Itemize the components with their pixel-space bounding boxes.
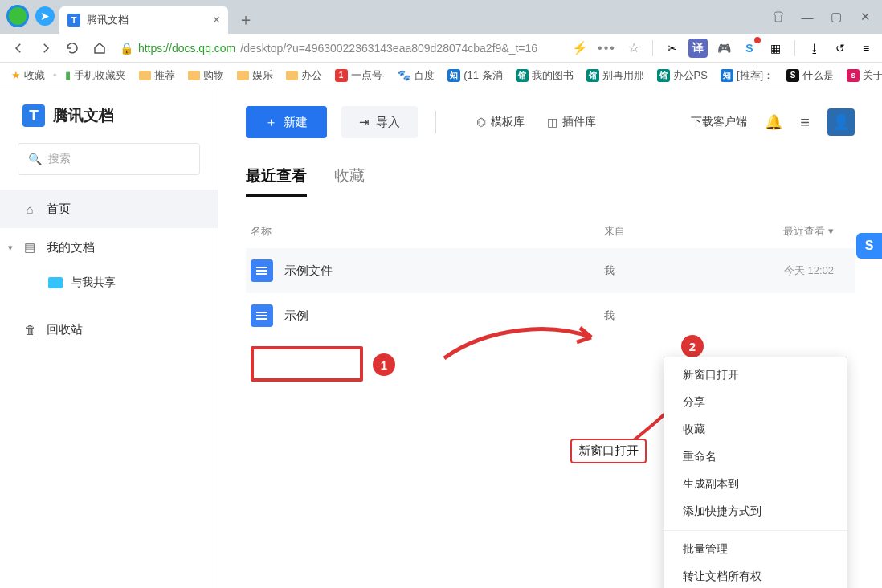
download-client-link[interactable]: 下载客户端 [691, 115, 747, 129]
sidebar-item-label: 我的文档 [47, 240, 95, 255]
row-source: 我 [604, 308, 733, 323]
site-icon: 馆 [657, 69, 670, 82]
new-button[interactable]: ＋ 新建 [246, 106, 327, 138]
bookmark-label: (11 条消 [463, 68, 502, 83]
paperplane-icon[interactable]: ➤ [35, 6, 55, 26]
bookmark-mylib[interactable]: 馆我的图书 [511, 68, 578, 83]
plugins-label: 插件库 [562, 115, 596, 129]
ctx-batch[interactable]: 批量管理 [664, 536, 847, 563]
more-icon[interactable]: ••• [595, 36, 619, 60]
bookmark-fav[interactable]: ★收藏 [6, 68, 50, 83]
download-icon[interactable]: ⭳ [805, 39, 824, 58]
bookmark-office[interactable]: 办公 [281, 68, 327, 83]
chevron-down-icon[interactable]: ▾ [8, 243, 13, 253]
bookmark-baidu[interactable]: 🐾百度 [393, 68, 439, 83]
new-button-label: 新建 [284, 115, 308, 130]
sidebar-item-home[interactable]: ⌂ 首页 [0, 190, 218, 228]
new-tab-button[interactable]: ＋ [235, 8, 257, 31]
bookmark-label: 推荐 [154, 68, 175, 83]
tab-close-icon[interactable]: × [213, 13, 220, 27]
phone-icon: ▮ [65, 69, 71, 81]
paw-icon: 🐾 [398, 69, 410, 81]
sidebar-item-label: 首页 [47, 202, 71, 217]
sidebar-item-label: 与我共享 [71, 276, 116, 290]
nav-reload-button[interactable] [60, 36, 84, 60]
content-tabs: 最近查看 收藏 [246, 165, 855, 197]
search-placeholder: 搜索 [48, 152, 71, 166]
window-close-button[interactable]: ✕ [853, 6, 877, 27]
bookmark-label: 娱乐 [252, 68, 273, 83]
gamepad-icon[interactable]: 🎮 [714, 39, 733, 58]
bookmark-tuijian[interactable]: 知[推荐]： [716, 68, 778, 83]
col-name: 名称 [251, 224, 604, 239]
top-actions: ＋ 新建 ⇥ 导入 ⌬模板库 ◫插件库 下载客户端 🔔 ≡ 👤 [246, 106, 855, 138]
bookmark-rec[interactable]: 推荐 [134, 68, 180, 83]
doc-icon: ▤ [22, 240, 37, 255]
apps-grid-icon[interactable]: ▦ [766, 39, 785, 58]
folder-icon [286, 71, 298, 80]
plugins-link[interactable]: ◫插件库 [547, 115, 596, 129]
sidebar-item-shared[interactable]: 与我共享 [0, 267, 218, 299]
template-link[interactable]: ⌬模板库 [476, 115, 525, 129]
table-header: 名称 来自 最近查看 ▾ [246, 224, 855, 248]
ctx-favorite[interactable]: 收藏 [664, 416, 847, 443]
row-name: 示例 [284, 308, 604, 324]
scissors-icon[interactable]: ✂ [663, 39, 682, 58]
bookmark-mobile[interactable]: ▮手机收藏夹 [60, 68, 131, 83]
ctx-shortcut[interactable]: 添加快捷方式到 [664, 498, 847, 525]
hamburger-menu-icon[interactable]: ≡ [856, 39, 876, 58]
bell-icon[interactable]: 🔔 [765, 113, 782, 131]
col-time-sort[interactable]: 最近查看 ▾ [733, 224, 850, 239]
flash-icon[interactable]: ⚡ [568, 36, 592, 60]
star-icon: ★ [11, 69, 21, 81]
site-icon: 知 [447, 69, 460, 82]
bookmark-guanyu[interactable]: s关于PDF [842, 68, 882, 83]
floating-share-icon[interactable]: S [856, 233, 882, 259]
search-input[interactable]: 🔍 搜索 [18, 143, 200, 175]
extensions-icon[interactable] [766, 6, 790, 27]
tab-recent[interactable]: 最近查看 [246, 165, 307, 197]
url-box[interactable]: 🔒 https://docs.qq.com/desktop/?u=4963002… [115, 42, 565, 55]
bookmark-label: 收藏 [24, 68, 45, 83]
sidebar-item-mydocs[interactable]: ▾ ▤ 我的文档 [0, 228, 218, 267]
address-bar: 🔒 https://docs.qq.com/desktop/?u=4963002… [0, 34, 882, 63]
ctx-open-new-window[interactable]: 新窗口打开 [664, 361, 847, 389]
row-name: 示例文件 [284, 263, 604, 279]
site-icon: S [786, 69, 799, 82]
table-row[interactable]: 示例文件 我 今天 12:02 [246, 248, 855, 293]
bookmark-star-icon[interactable]: ☆ [622, 36, 646, 60]
ctx-copy-to[interactable]: 生成副本到 [664, 471, 847, 498]
user-avatar[interactable]: 👤 [827, 108, 855, 136]
bookmark-shenme[interactable]: S什么是 [782, 68, 839, 83]
nav-forward-button[interactable] [34, 36, 58, 60]
bookmark-zhi[interactable]: 知(11 条消 [443, 68, 507, 83]
trash-icon: 🗑 [22, 322, 37, 337]
nav-back-button[interactable] [6, 36, 31, 60]
ctx-share[interactable]: 分享 [664, 389, 847, 416]
bookmark-bieyong[interactable]: 馆别再用那 [582, 68, 649, 83]
plugin-icon: ◫ [547, 116, 557, 129]
url-path: /desktop/?u=49630022363143eaa809d28074cb… [240, 42, 537, 55]
nav-home-button[interactable] [88, 36, 112, 60]
translate-icon[interactable]: 译 [688, 39, 708, 58]
window-maximize-button[interactable]: ▢ [824, 6, 848, 27]
bookmark-bangong[interactable]: 馆办公PS [652, 68, 713, 83]
import-button[interactable]: ⇥ 导入 [341, 106, 418, 138]
sidebar-item-trash[interactable]: 🗑 回收站 [0, 310, 218, 349]
tab-favorites[interactable]: 收藏 [334, 165, 365, 197]
app-logo[interactable]: T 腾讯文档 [0, 104, 218, 143]
template-icon: ⌬ [476, 116, 486, 129]
ctx-transfer[interactable]: 转让文档所有权 [664, 563, 847, 588]
bookmark-ent[interactable]: 娱乐 [232, 68, 278, 83]
s-icon[interactable]: S [740, 39, 759, 58]
table-row[interactable]: 示例 我 [246, 293, 855, 338]
browser-tab-active[interactable]: T 腾讯文档 × [59, 6, 228, 34]
ctx-rename[interactable]: 重命名 [664, 443, 847, 471]
folder-icon [188, 71, 200, 80]
undo-icon[interactable]: ↺ [831, 39, 850, 58]
bookmark-yidian[interactable]: 1一点号· [330, 68, 390, 83]
window-minimize-button[interactable]: ― [795, 6, 819, 27]
tab-title: 腾讯文档 [87, 13, 129, 27]
bookmark-shop[interactable]: 购物 [183, 68, 229, 83]
menu-icon[interactable]: ≡ [800, 113, 810, 132]
